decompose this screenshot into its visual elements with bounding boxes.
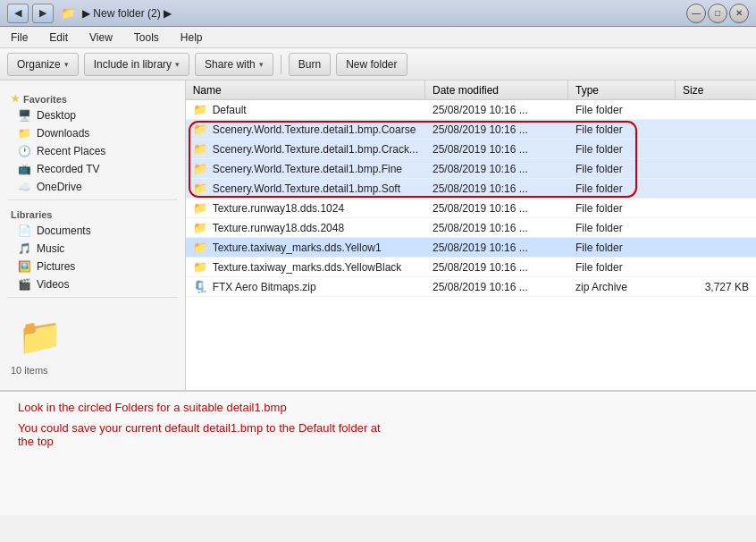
file-name-cell: 📁 Scenery.World.Texture.detail1.bmp.Soft — [186, 182, 425, 195]
libraries-header: Libraries — [0, 204, 185, 222]
table-row[interactable]: 📁 Scenery.World.Texture.detail1.bmp.Soft… — [186, 179, 756, 199]
close-button[interactable]: ✕ — [729, 4, 749, 23]
file-icon: 📁 — [193, 260, 207, 274]
include-library-button[interactable]: Include in library ▾ — [84, 53, 189, 76]
file-name-text: Texture.taxiway_marks.dds.YellowBlack — [213, 261, 402, 274]
sidebar-footer: 📁 10 items — [0, 301, 185, 383]
table-row[interactable]: 📁 Texture.taxiway_marks.dds.Yellow1 25/0… — [186, 238, 756, 258]
documents-icon: 📄 — [18, 224, 31, 237]
file-date-cell: 25/08/2019 10:16 ... — [425, 241, 568, 254]
tv-icon: 📺 — [18, 163, 31, 175]
file-name-cell: 📁 Scenery.World.Texture.detail1.bmp.Crac… — [186, 142, 425, 156]
table-row[interactable]: 📁 Scenery.World.Texture.detail1.bmp.Coar… — [186, 120, 756, 140]
table-row[interactable]: 📁 Scenery.World.Texture.detail1.bmp.Crac… — [186, 140, 756, 159]
sidebar-item-recent[interactable]: 🕐 Recent Places — [0, 142, 185, 160]
sidebar: ★ Favorites 🖥️ Desktop 📁 Downloads 🕐 Rec… — [0, 80, 186, 390]
file-type-cell: File folder — [568, 123, 676, 136]
file-date-cell: 25/08/2019 10:16 ... — [425, 281, 568, 293]
music-icon: 🎵 — [18, 242, 31, 255]
table-row[interactable]: 📁 Texture.runway18.dds.1024 25/08/2019 1… — [186, 199, 756, 218]
annotation-text-1: Look in the circled Folders for a suitab… — [18, 401, 738, 414]
file-name-cell: 📁 Scenery.World.Texture.detail1.bmp.Fine — [186, 162, 425, 175]
sidebar-item-onedrive[interactable]: ☁️ OneDrive — [0, 178, 185, 196]
table-row[interactable]: 🗜️ FTX Aero Bitmaps.zip 25/08/2019 10:16… — [186, 277, 756, 297]
menu-edit[interactable]: Edit — [46, 30, 71, 46]
desktop-icon: 🖥️ — [18, 109, 31, 122]
file-name-text: Scenery.World.Texture.detail1.bmp.Coarse — [213, 123, 416, 136]
file-type-cell: File folder — [568, 241, 676, 254]
sidebar-divider-2 — [7, 297, 178, 298]
col-header-type[interactable]: Type — [568, 80, 676, 99]
back-button[interactable]: ◀ — [7, 4, 29, 23]
sidebar-item-pictures[interactable]: 🖼️ Pictures — [0, 258, 185, 275]
file-date-cell: 25/08/2019 10:16 ... — [425, 202, 568, 215]
file-date-cell: 25/08/2019 10:16 ... — [425, 163, 568, 175]
pictures-icon: 🖼️ — [18, 260, 31, 273]
file-name-text: Scenery.World.Texture.detail1.bmp.Crack.… — [213, 143, 418, 156]
burn-button[interactable]: Burn — [289, 53, 331, 76]
menu-file[interactable]: File — [7, 30, 31, 46]
file-icon: 📁 — [193, 142, 207, 156]
table-row[interactable]: 📁 Texture.taxiway_marks.dds.YellowBlack … — [186, 258, 756, 277]
annotation-area: Look in the circled Folders for a suitab… — [0, 390, 756, 515]
file-name-text: Scenery.World.Texture.detail1.bmp.Fine — [213, 163, 402, 175]
annotation-text-2: You could save your current default deta… — [18, 421, 738, 448]
col-header-size[interactable]: Size — [676, 80, 756, 99]
table-row[interactable]: 📁 Default 25/08/2019 10:16 ... File fold… — [186, 100, 756, 120]
file-name-cell: 📁 Texture.runway18.dds.2048 — [186, 221, 425, 234]
forward-button[interactable]: ▶ — [32, 4, 54, 23]
library-dropdown-arrow: ▾ — [175, 60, 180, 69]
big-folder-icon: 📁 — [18, 316, 167, 358]
file-name-cell: 🗜️ FTX Aero Bitmaps.zip — [186, 280, 425, 293]
file-list: 📁 Default 25/08/2019 10:16 ... File fold… — [186, 100, 756, 297]
organize-button[interactable]: Organize ▾ — [7, 53, 79, 76]
table-row[interactable]: 📁 Texture.runway18.dds.2048 25/08/2019 1… — [186, 218, 756, 238]
sidebar-item-downloads[interactable]: 📁 Downloads — [0, 124, 185, 142]
file-type-cell: zip Archive — [568, 281, 676, 293]
file-type-cell: File folder — [568, 143, 676, 156]
menu-help[interactable]: Help — [177, 30, 206, 46]
sidebar-item-music[interactable]: 🎵 Music — [0, 240, 185, 258]
col-header-date[interactable]: Date modified — [425, 80, 568, 99]
file-icon: 🗜️ — [193, 280, 207, 293]
file-date-cell: 25/08/2019 10:16 ... — [425, 143, 568, 156]
sidebar-item-desktop[interactable]: 🖥️ Desktop — [0, 106, 185, 124]
favorites-header: ★ Favorites — [0, 88, 185, 106]
star-icon: ★ — [11, 93, 20, 105]
file-icon: 📁 — [193, 103, 207, 116]
downloads-icon: 📁 — [18, 127, 31, 140]
file-name-text: Scenery.World.Texture.detail1.bmp.Soft — [213, 182, 400, 195]
sidebar-item-videos[interactable]: 🎬 Videos — [0, 275, 185, 293]
main-area: ★ Favorites 🖥️ Desktop 📁 Downloads 🕐 Rec… — [0, 80, 756, 390]
sidebar-item-documents[interactable]: 📄 Documents — [0, 222, 185, 240]
file-name-text: FTX Aero Bitmaps.zip — [213, 281, 316, 293]
file-icon: 📁 — [193, 201, 207, 215]
file-type-cell: File folder — [568, 163, 676, 175]
file-name-cell: 📁 Texture.taxiway_marks.dds.Yellow1 — [186, 241, 425, 254]
menu-view[interactable]: View — [86, 30, 116, 46]
new-folder-button[interactable]: New folder — [336, 53, 407, 76]
breadcrumb: ▶ New folder (2) ▶ — [82, 7, 172, 20]
file-name-cell: 📁 Texture.runway18.dds.1024 — [186, 201, 425, 215]
sidebar-divider-1 — [7, 199, 178, 200]
file-icon: 📁 — [193, 241, 207, 254]
file-type-cell: File folder — [568, 261, 676, 274]
file-size-cell: 3,727 KB — [676, 281, 756, 293]
menu-tools[interactable]: Tools — [130, 30, 163, 46]
file-icon: 📁 — [193, 162, 207, 175]
file-name-text: Texture.runway18.dds.1024 — [213, 202, 344, 215]
share-with-button[interactable]: Share with ▾ — [195, 53, 273, 76]
file-date-cell: 25/08/2019 10:16 ... — [425, 261, 568, 274]
file-type-cell: File folder — [568, 104, 676, 116]
file-type-cell: File folder — [568, 222, 676, 234]
table-row[interactable]: 📁 Scenery.World.Texture.detail1.bmp.Fine… — [186, 159, 756, 179]
col-header-name[interactable]: Name — [186, 80, 425, 99]
file-name-text: Default — [213, 104, 247, 116]
sidebar-item-tv[interactable]: 📺 Recorded TV — [0, 160, 185, 178]
maximize-button[interactable]: □ — [708, 4, 727, 23]
file-date-cell: 25/08/2019 10:16 ... — [425, 123, 568, 136]
file-date-cell: 25/08/2019 10:16 ... — [425, 222, 568, 234]
file-icon: 📁 — [193, 221, 207, 234]
minimize-button[interactable]: — — [686, 4, 706, 23]
videos-icon: 🎬 — [18, 278, 31, 291]
